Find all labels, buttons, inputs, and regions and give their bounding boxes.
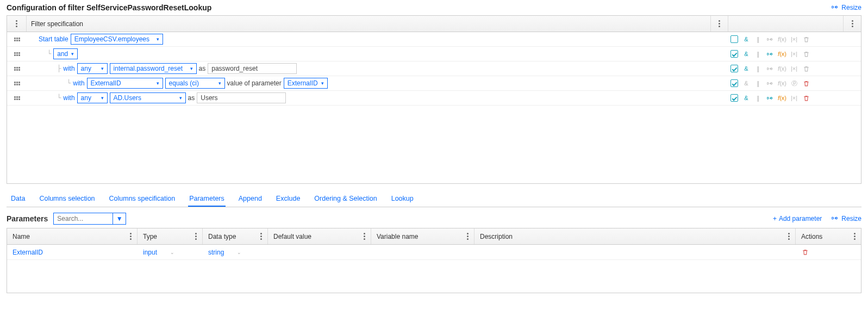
col-menu[interactable] (260, 233, 262, 240)
col-menu[interactable] (130, 233, 132, 240)
add-parameter-button[interactable]: + Add parameter (773, 215, 822, 222)
link-icon[interactable] (766, 94, 774, 102)
bars-icon[interactable]: ‖ (754, 65, 762, 72)
tab-exclude[interactable]: Exclude (275, 191, 301, 207)
link-icon[interactable] (766, 35, 774, 43)
quantifier-select[interactable]: any▾ (77, 92, 108, 103)
header-menu-1[interactable] (16, 20, 17, 27)
fx-icon[interactable]: f(x) (778, 79, 786, 87)
drag-handle[interactable] (14, 52, 20, 56)
drag-handle[interactable] (14, 82, 20, 85)
col-description: Description (480, 233, 513, 240)
p-icon[interactable]: ⓟ (790, 79, 798, 87)
link-icon[interactable] (766, 65, 774, 72)
parameters-search-input[interactable] (53, 213, 113, 225)
abs-icon[interactable]: |×| (790, 94, 798, 102)
col-menu[interactable] (467, 233, 469, 240)
col-menu[interactable] (364, 233, 365, 240)
relation-select[interactable]: AD.Users▾ (110, 92, 186, 103)
tab-append[interactable]: Append (238, 191, 263, 207)
tree-elbow: └ (67, 79, 71, 87)
chevron-down-icon: ▾ (157, 36, 159, 42)
logic-select[interactable]: and▾ (53, 48, 78, 59)
drag-handle[interactable] (14, 67, 20, 71)
header-menu-2[interactable] (719, 20, 720, 27)
quantifier-select[interactable]: any▾ (77, 63, 108, 74)
as-label: as (199, 65, 206, 72)
fx-icon[interactable]: f(x) (778, 65, 786, 72)
abs-icon[interactable]: |×| (790, 50, 798, 58)
ampersand-icon[interactable]: & (742, 50, 750, 58)
link-icon[interactable] (766, 50, 774, 58)
chevron-down-icon: ▾ (101, 95, 104, 101)
fx-icon[interactable]: f(x) (778, 35, 786, 43)
delete-param-button[interactable] (801, 249, 809, 256)
header-menu-3[interactable] (852, 20, 853, 27)
bars-icon[interactable]: ‖ (754, 35, 762, 43)
field-select[interactable]: ExternalID▾ (87, 78, 163, 89)
ampersand-icon[interactable]: & (742, 94, 750, 102)
col-menu[interactable] (195, 233, 197, 240)
drag-handle[interactable] (14, 38, 20, 41)
param-type-select[interactable]: input⌄ (143, 249, 174, 256)
chevron-down-icon: ⌄ (237, 250, 241, 255)
ampersand-icon[interactable]: & (742, 79, 750, 87)
start-table-select[interactable]: EmployeeCSV.employees▾ (71, 34, 163, 45)
trash-icon[interactable] (802, 79, 810, 87)
check-icon[interactable] (730, 79, 738, 87)
col-default: Default value (273, 233, 311, 240)
check-icon[interactable] (730, 94, 738, 102)
abs-icon[interactable]: |×| (790, 65, 798, 72)
filter-header-row: Filter specification (7, 16, 861, 32)
bars-icon[interactable]: ‖ (754, 79, 762, 87)
bars-icon[interactable]: ‖ (754, 94, 762, 102)
ampersand-icon[interactable]: & (742, 65, 750, 72)
param-datatype-select[interactable]: string⌄ (208, 249, 241, 256)
with-label: with (73, 79, 84, 87)
col-variable: Variable name (377, 233, 419, 240)
abs-icon[interactable]: |×| (790, 35, 798, 43)
tab-columns-selection[interactable]: Columns selection (38, 191, 96, 207)
trash-icon[interactable] (802, 65, 810, 72)
bars-icon[interactable]: ‖ (754, 50, 762, 58)
trash-icon[interactable] (802, 94, 810, 102)
tab-ordering-selection[interactable]: Ordering & Selection (313, 191, 378, 207)
fx-icon[interactable]: f(x) (778, 94, 786, 102)
parameters-table: Name Type Data type Default value Variab… (7, 228, 861, 293)
check-icon[interactable] (730, 50, 738, 58)
trash-icon[interactable] (802, 35, 810, 43)
filter-row: Start table EmployeeCSV.employees▾ & ‖ f… (7, 32, 861, 47)
alias-input[interactable] (197, 92, 286, 103)
fx-icon[interactable]: f(x) (778, 50, 786, 58)
alias-input[interactable] (208, 63, 297, 74)
trash-icon[interactable] (802, 50, 810, 58)
tab-lookup[interactable]: Lookup (390, 191, 415, 207)
chevron-down-icon: ▾ (190, 66, 193, 71)
check-icon[interactable] (730, 35, 738, 43)
drag-handle[interactable] (14, 96, 20, 100)
filter-dropdown-button[interactable]: ▼ (113, 213, 126, 225)
filter-header-label: Filter specification (31, 20, 83, 28)
relation-select[interactable]: internal.password_reset▾ (110, 63, 197, 74)
chevron-down-icon: ▾ (218, 81, 221, 86)
resize-button-2[interactable]: Resize (832, 215, 861, 222)
resize-label: Resize (841, 4, 861, 11)
as-label: as (188, 94, 195, 102)
parameter-select[interactable]: ExternalID▾ (284, 78, 328, 89)
param-name-cell[interactable]: ExternalID (13, 249, 43, 256)
page-title: Configuration of filter SelfServicePassw… (7, 3, 211, 12)
col-menu[interactable] (854, 233, 855, 240)
filter-row: └ with any▾ AD.Users▾ as & ‖ f(x) |×| (7, 91, 861, 106)
col-menu[interactable] (788, 233, 790, 240)
tab-parameters[interactable]: Parameters (188, 191, 226, 207)
operator-select[interactable]: equals (ci)▾ (165, 78, 225, 89)
link-icon[interactable] (766, 79, 774, 87)
plus-icon: + (773, 215, 777, 222)
ampersand-icon[interactable]: & (742, 35, 750, 43)
tab-columns-specification[interactable]: Columns specification (108, 191, 177, 207)
col-datatype: Data type (208, 233, 236, 240)
check-icon[interactable] (730, 65, 738, 72)
resize-button[interactable]: Resize (832, 4, 861, 11)
tab-data[interactable]: Data (10, 191, 26, 207)
link-icon (832, 4, 839, 11)
